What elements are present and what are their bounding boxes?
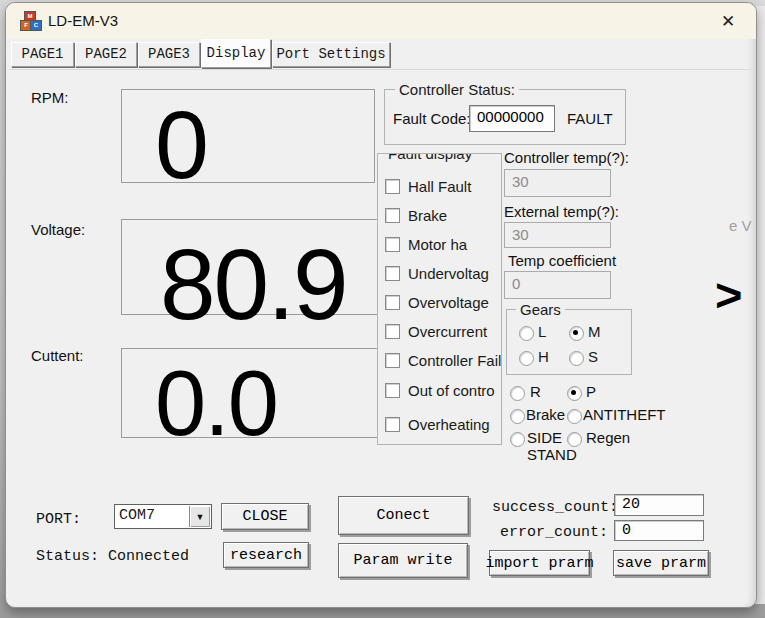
success-count-label: success_count: — [492, 499, 618, 516]
checkbox-hall-fault[interactable] — [385, 179, 400, 194]
radio-gear-s[interactable] — [569, 351, 584, 366]
radio-r-label: R — [530, 383, 541, 400]
radio-gear-m[interactable] — [569, 326, 584, 341]
rpm-label: RPM: — [31, 89, 69, 106]
radio-regen-label: Regen — [586, 429, 630, 446]
next-page-chevron[interactable]: > — [715, 267, 742, 322]
external-temp-field[interactable]: 30 — [504, 222, 611, 248]
close-icon[interactable]: ✕ — [709, 9, 747, 35]
checkbox-overheating[interactable] — [385, 417, 400, 432]
checkbox-brake[interactable] — [385, 208, 400, 223]
radio-side-stand[interactable] — [510, 432, 525, 447]
connect-button[interactable]: Conect — [338, 496, 469, 535]
tab-display[interactable]: Display — [201, 39, 271, 68]
external-temp-label: External temp(?): — [504, 203, 619, 220]
port-label: PORT: — [36, 511, 81, 528]
fault-display-group: Fault display Hall Fault Brake Motor ha … — [377, 153, 502, 445]
checkbox-out-of-control-label: Out of contro — [408, 382, 495, 399]
rpm-value: 0 — [155, 96, 207, 193]
current-label: Cuttent: — [31, 347, 84, 364]
save-param-button[interactable]: save prarm — [613, 550, 709, 576]
checkbox-overheating-label: Overheating — [408, 416, 490, 433]
radio-regen[interactable] — [567, 432, 582, 447]
checkbox-brake-label: Brake — [408, 207, 447, 224]
voltage-display: 80.9 — [121, 219, 379, 315]
temp-coefficient-label: Temp coefficient — [508, 252, 616, 269]
app-window: M F C LD-EM-V3 ✕ PAGE1 PAGE2 PAGE3 Displ… — [5, 2, 757, 608]
tab-page3[interactable]: PAGE3 — [138, 42, 200, 67]
error-count-label: error_count: — [500, 524, 608, 541]
tab-separator — [9, 69, 751, 70]
checkbox-controller-failure-label: Controller Failure — [408, 352, 502, 369]
tab-page2[interactable]: PAGE2 — [75, 42, 137, 67]
current-value: 0.0 — [155, 357, 277, 449]
import-param-button[interactable]: import prarm — [489, 550, 590, 576]
radio-gear-l[interactable] — [519, 326, 534, 341]
radio-gear-l-label: L — [538, 323, 546, 340]
controller-status-group: Controller Status: Fault Code: 00000000 … — [384, 89, 626, 145]
controller-status-legend: Controller Status: — [395, 81, 519, 98]
voltage-value: 80.9 — [160, 234, 347, 334]
gears-legend: Gears — [516, 301, 565, 318]
radio-antitheft-label: ANTITHEFT — [583, 406, 666, 423]
checkbox-hall-fault-label: Hall Fault — [408, 178, 471, 195]
error-count-field[interactable]: 0 — [614, 520, 704, 541]
controller-temp-field[interactable]: 30 — [504, 169, 611, 197]
checkbox-overvoltage[interactable] — [385, 295, 400, 310]
background-window-text: e V — [729, 217, 752, 234]
window-title: LD-EM-V3 — [48, 12, 118, 29]
radio-p[interactable] — [567, 386, 582, 401]
close-port-button[interactable]: CLOSE — [221, 503, 309, 530]
titlebar[interactable]: M F C LD-EM-V3 ✕ — [6, 3, 756, 39]
fault-display-legend: Fault display — [384, 153, 476, 162]
radio-gear-m-label: M — [588, 323, 601, 340]
current-display: 0.0 — [121, 348, 379, 438]
checkbox-overcurrent-label: Overcurrent — [408, 323, 487, 340]
fault-status-text: FAULT — [567, 110, 613, 127]
port-select-value: COM7 — [119, 507, 155, 524]
radio-gear-s-label: S — [588, 348, 598, 365]
checkbox-motor-hall[interactable] — [385, 237, 400, 252]
fault-code-field[interactable]: 00000000 — [469, 105, 555, 132]
status-value: Connected — [108, 548, 189, 565]
port-select[interactable]: COM7 ▼ — [114, 504, 212, 529]
app-icon-block-c: C — [30, 20, 42, 31]
rpm-display: 0 — [121, 89, 375, 183]
checkbox-undervoltage-label: Undervoltag — [408, 265, 489, 282]
radio-brake-label: Brake — [526, 406, 565, 423]
app-icon: M F C — [20, 11, 42, 31]
checkbox-undervoltage[interactable] — [385, 266, 400, 281]
research-button[interactable]: research — [223, 542, 309, 568]
radio-p-label: P — [586, 383, 596, 400]
tab-page1[interactable]: PAGE1 — [11, 42, 74, 67]
status-label: Status: — [36, 548, 99, 565]
radio-gear-h-label: H — [538, 348, 549, 365]
chevron-down-icon[interactable]: ▼ — [189, 506, 210, 527]
radio-gear-h[interactable] — [519, 351, 534, 366]
checkbox-overvoltage-label: Overvoltage — [408, 294, 489, 311]
radio-side-stand-label: SIDE STAND — [527, 429, 573, 463]
fault-code-label: Fault Code: — [393, 110, 471, 127]
success-count-field[interactable]: 20 — [614, 494, 704, 516]
controller-temp-label: Controller temp(?): — [504, 149, 629, 166]
checkbox-motor-hall-label: Motor ha — [408, 236, 467, 253]
voltage-label: Voltage: — [31, 221, 85, 238]
temp-coefficient-field[interactable]: 0 — [504, 271, 611, 299]
checkbox-out-of-control[interactable] — [385, 383, 400, 398]
radio-brake[interactable] — [510, 409, 525, 424]
radio-antitheft[interactable] — [567, 409, 582, 424]
checkbox-overcurrent[interactable] — [385, 324, 400, 339]
param-write-button[interactable]: Param write — [338, 543, 468, 578]
tab-port-settings[interactable]: Port Settings — [272, 42, 390, 67]
gears-group: Gears L M H S — [506, 309, 632, 375]
checkbox-controller-failure[interactable] — [385, 353, 400, 368]
radio-r[interactable] — [510, 386, 525, 401]
